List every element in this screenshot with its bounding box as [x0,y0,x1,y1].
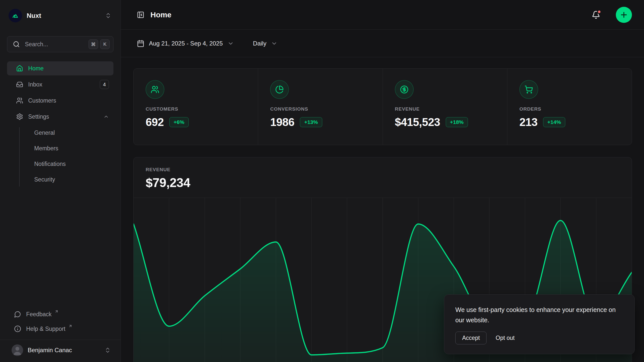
help-support-label: Help & Support [26,326,65,332]
sidebar-nav: Home Inbox 4 Customers Settings [7,61,113,190]
sidebar: Nuxt Search... ⌘ K Home [0,0,121,362]
sidebar-item-notifications[interactable]: Notifications [26,157,113,171]
stats-panel: CUSTOMERS 692 +6% CONVERSIONS 1986 +13% [133,68,632,145]
search-input[interactable]: Search... ⌘ K [7,36,113,52]
house-icon [16,65,23,72]
stat-label: ORDERS [519,106,632,112]
add-button[interactable] [616,7,632,23]
cookie-message: We use first-party cookies to enhance yo… [455,305,623,325]
chevron-up-icon [103,114,109,119]
cookie-actions: Accept Opt out [455,332,623,344]
sidebar-item-label: Settings [28,113,98,120]
stat-card-conversions: CONVERSIONS 1986 +13% [258,69,382,145]
stat-card-orders: ORDERS 213 +14% [507,69,632,145]
sidebar-item-security[interactable]: Security [26,172,113,187]
chevron-down-icon [227,40,234,47]
revenue-label: REVENUE [146,167,620,172]
search-shortcut: ⌘ K [89,39,110,49]
stat-card-revenue: REVENUE $415,523 +18% [383,69,507,145]
stat-label: REVENUE [395,106,507,112]
calendar-icon [137,40,144,47]
date-range-picker[interactable]: Aug 21, 2025 - Sep 4, 2025 [137,40,234,47]
arrow-up-right-icon [68,324,72,328]
stat-label: CONVERSIONS [270,106,382,112]
stat-value: 213 [519,116,538,128]
sidebar-item-home[interactable]: Home [7,61,113,75]
sidebar-item-members[interactable]: Members [26,141,113,155]
inbox-icon [16,81,23,88]
revenue-panel-header: REVENUE $79,234 [134,157,632,198]
gear-icon [16,113,23,120]
user-name: Benjamin Canac [28,347,100,354]
cookie-banner: We use first-party cookies to enhance yo… [444,294,635,354]
kbd-k: K [100,39,110,49]
sidebar-item-label: Inbox [28,81,95,88]
accept-button[interactable]: Accept [455,332,487,344]
stat-card-customers: CUSTOMERS 692 +6% [134,69,258,145]
nuxt-logo [9,9,22,22]
sidebar-footer: Feedback Help & Support Benjami [7,307,113,362]
app-root: Nuxt Search... ⌘ K Home [0,0,644,362]
top-header: Home [121,0,644,30]
search-placeholder: Search... [25,41,84,48]
message-circle-icon [14,311,21,318]
dollar-circle-icon [395,80,414,99]
sidebar-item-label: Home [28,65,109,72]
sidebar-item-customers[interactable]: Customers [7,94,113,108]
filter-bar: Aug 21, 2025 - Sep 4, 2025 Daily [121,30,644,57]
users-icon [146,80,164,99]
chevrons-up-down-icon [104,347,111,353]
plus-icon [620,11,628,19]
page-title: Home [150,11,586,19]
kbd-meta: ⌘ [89,39,98,49]
stat-delta-badge: +13% [300,117,322,127]
settings-subnav: General Members Notifications Security [7,126,113,188]
shopping-cart-icon [519,80,538,99]
workspace-switcher[interactable]: Nuxt [7,8,113,24]
notifications-button[interactable] [592,11,600,19]
stat-delta-badge: +14% [543,117,565,127]
sidebar-item-inbox[interactable]: Inbox 4 [7,77,113,92]
avatar [12,344,23,356]
chevrons-up-down-icon [105,12,111,19]
inbox-count-badge: 4 [100,80,109,89]
help-support-link[interactable]: Help & Support [7,322,113,336]
stat-value: 1986 [270,116,294,128]
user-menu[interactable]: Benjamin Canac [7,340,113,362]
sidebar-item-settings[interactable]: Settings [7,110,113,124]
stat-value: 692 [146,116,164,128]
stat-delta-badge: +6% [169,117,189,127]
users-icon [16,97,23,104]
sidebar-item-label: Customers [28,97,109,104]
feedback-label: Feedback [26,311,52,318]
sidebar-item-general[interactable]: General [26,126,113,140]
chevron-down-icon [271,40,277,47]
notification-dot [597,10,601,14]
stat-label: CUSTOMERS [146,106,258,112]
search-icon [13,41,20,48]
feedback-link[interactable]: Feedback [7,307,113,322]
stat-delta-badge: +18% [446,117,468,127]
info-circle-icon [14,325,21,332]
opt-out-button[interactable]: Opt out [496,335,514,341]
date-range-value: Aug 21, 2025 - Sep 4, 2025 [149,40,223,47]
granularity-select[interactable]: Daily [253,40,277,47]
stat-value: $415,523 [395,116,440,128]
revenue-total: $79,234 [146,175,620,190]
arrow-up-right-icon [55,309,59,313]
granularity-value: Daily [253,40,266,47]
pie-chart-icon [270,80,289,99]
sidebar-collapse-button[interactable] [137,11,144,19]
workspace-name: Nuxt [27,12,100,20]
